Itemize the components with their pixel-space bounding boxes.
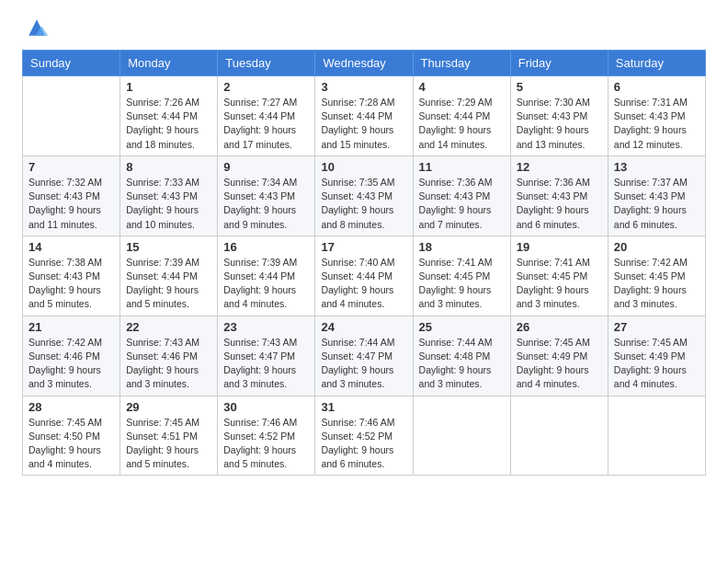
- day-number: 30: [223, 400, 309, 414]
- day-number: 26: [517, 320, 602, 334]
- calendar-cell: [510, 396, 608, 476]
- weekday-header-tuesday: Tuesday: [218, 51, 315, 76]
- day-number: 2: [223, 80, 309, 94]
- day-number: 29: [126, 400, 211, 414]
- week-row-1: 1Sunrise: 7:26 AMSunset: 4:44 PMDaylight…: [23, 76, 706, 156]
- day-number: 16: [223, 240, 309, 254]
- day-number: 21: [28, 320, 114, 334]
- day-info: Sunrise: 7:28 AMSunset: 4:44 PMDaylight:…: [321, 96, 406, 152]
- day-info: Sunrise: 7:45 AMSunset: 4:49 PMDaylight:…: [614, 336, 700, 392]
- weekday-header-friday: Friday: [510, 51, 608, 76]
- calendar-cell: 4Sunrise: 7:29 AMSunset: 4:44 PMDaylight…: [413, 76, 510, 156]
- day-info: Sunrise: 7:46 AMSunset: 4:52 PMDaylight:…: [223, 416, 309, 472]
- calendar-cell: [23, 76, 120, 156]
- calendar-cell: 31Sunrise: 7:46 AMSunset: 4:52 PMDayligh…: [315, 396, 413, 476]
- calendar-cell: [608, 396, 705, 476]
- day-info: Sunrise: 7:34 AMSunset: 4:43 PMDaylight:…: [223, 176, 309, 232]
- calendar-cell: 23Sunrise: 7:43 AMSunset: 4:47 PMDayligh…: [218, 316, 315, 396]
- day-number: 19: [517, 240, 602, 254]
- day-info: Sunrise: 7:32 AMSunset: 4:43 PMDaylight:…: [28, 176, 114, 232]
- weekday-header-sunday: Sunday: [23, 51, 120, 76]
- day-info: Sunrise: 7:37 AMSunset: 4:43 PMDaylight:…: [614, 176, 700, 232]
- day-info: Sunrise: 7:30 AMSunset: 4:43 PMDaylight:…: [517, 96, 602, 152]
- day-number: 15: [126, 240, 211, 254]
- day-number: 18: [419, 240, 505, 254]
- day-number: 23: [223, 320, 309, 334]
- day-number: 22: [126, 320, 211, 334]
- day-number: 10: [321, 160, 406, 174]
- calendar-cell: 29Sunrise: 7:45 AMSunset: 4:51 PMDayligh…: [120, 396, 218, 476]
- day-info: Sunrise: 7:36 AMSunset: 4:43 PMDaylight:…: [517, 176, 602, 232]
- day-info: Sunrise: 7:43 AMSunset: 4:47 PMDaylight:…: [223, 336, 309, 392]
- weekday-header-wednesday: Wednesday: [315, 51, 413, 76]
- calendar-cell: 5Sunrise: 7:30 AMSunset: 4:43 PMDaylight…: [510, 76, 608, 156]
- day-info: Sunrise: 7:39 AMSunset: 4:44 PMDaylight:…: [126, 256, 211, 312]
- page-header: [22, 18, 706, 40]
- calendar-cell: 1Sunrise: 7:26 AMSunset: 4:44 PMDaylight…: [120, 76, 218, 156]
- weekday-header-monday: Monday: [120, 51, 218, 76]
- calendar-cell: 11Sunrise: 7:36 AMSunset: 4:43 PMDayligh…: [413, 155, 510, 236]
- calendar-cell: 22Sunrise: 7:43 AMSunset: 4:46 PMDayligh…: [120, 316, 218, 396]
- calendar-cell: 30Sunrise: 7:46 AMSunset: 4:52 PMDayligh…: [218, 396, 315, 476]
- weekday-header-saturday: Saturday: [608, 51, 705, 76]
- calendar-cell: 10Sunrise: 7:35 AMSunset: 4:43 PMDayligh…: [315, 155, 413, 236]
- week-row-2: 7Sunrise: 7:32 AMSunset: 4:43 PMDaylight…: [23, 155, 706, 236]
- calendar-cell: 6Sunrise: 7:31 AMSunset: 4:43 PMDaylight…: [608, 76, 705, 156]
- logo: [22, 18, 50, 40]
- calendar-cell: 20Sunrise: 7:42 AMSunset: 4:45 PMDayligh…: [608, 236, 705, 316]
- day-info: Sunrise: 7:45 AMSunset: 4:50 PMDaylight:…: [28, 416, 114, 472]
- week-row-3: 14Sunrise: 7:38 AMSunset: 4:43 PMDayligh…: [23, 236, 706, 316]
- day-info: Sunrise: 7:43 AMSunset: 4:46 PMDaylight:…: [126, 336, 211, 392]
- day-number: 8: [126, 160, 211, 174]
- calendar-cell: 12Sunrise: 7:36 AMSunset: 4:43 PMDayligh…: [510, 155, 608, 236]
- weekday-header-row: SundayMondayTuesdayWednesdayThursdayFrid…: [23, 51, 706, 76]
- calendar-table: SundayMondayTuesdayWednesdayThursdayFrid…: [22, 50, 706, 476]
- day-number: 31: [321, 400, 406, 414]
- day-number: 24: [321, 320, 406, 334]
- calendar-cell: 19Sunrise: 7:41 AMSunset: 4:45 PMDayligh…: [510, 236, 608, 316]
- calendar-cell: 9Sunrise: 7:34 AMSunset: 4:43 PMDaylight…: [218, 155, 315, 236]
- calendar-cell: 15Sunrise: 7:39 AMSunset: 4:44 PMDayligh…: [120, 236, 218, 316]
- calendar-cell: 26Sunrise: 7:45 AMSunset: 4:49 PMDayligh…: [510, 316, 608, 396]
- day-number: 27: [614, 320, 700, 334]
- day-number: 17: [321, 240, 406, 254]
- calendar-cell: 25Sunrise: 7:44 AMSunset: 4:48 PMDayligh…: [413, 316, 510, 396]
- day-number: 7: [28, 160, 114, 174]
- logo-icon: [24, 15, 50, 40]
- day-number: 13: [614, 160, 700, 174]
- day-info: Sunrise: 7:29 AMSunset: 4:44 PMDaylight:…: [419, 96, 505, 152]
- day-info: Sunrise: 7:40 AMSunset: 4:44 PMDaylight:…: [321, 256, 406, 312]
- day-number: 12: [517, 160, 602, 174]
- day-number: 3: [321, 80, 406, 94]
- day-info: Sunrise: 7:33 AMSunset: 4:43 PMDaylight:…: [126, 176, 211, 232]
- calendar-cell: 14Sunrise: 7:38 AMSunset: 4:43 PMDayligh…: [23, 236, 120, 316]
- calendar-cell: 27Sunrise: 7:45 AMSunset: 4:49 PMDayligh…: [608, 316, 705, 396]
- day-info: Sunrise: 7:35 AMSunset: 4:43 PMDaylight:…: [321, 176, 406, 232]
- week-row-5: 28Sunrise: 7:45 AMSunset: 4:50 PMDayligh…: [23, 396, 706, 476]
- day-info: Sunrise: 7:41 AMSunset: 4:45 PMDaylight:…: [517, 256, 602, 312]
- day-number: 5: [517, 80, 602, 94]
- day-number: 11: [419, 160, 505, 174]
- calendar-cell: 8Sunrise: 7:33 AMSunset: 4:43 PMDaylight…: [120, 155, 218, 236]
- day-number: 14: [28, 240, 114, 254]
- calendar-cell: 13Sunrise: 7:37 AMSunset: 4:43 PMDayligh…: [608, 155, 705, 236]
- day-info: Sunrise: 7:38 AMSunset: 4:43 PMDaylight:…: [28, 256, 114, 312]
- day-info: Sunrise: 7:44 AMSunset: 4:48 PMDaylight:…: [419, 336, 505, 392]
- day-info: Sunrise: 7:46 AMSunset: 4:52 PMDaylight:…: [321, 416, 406, 472]
- day-number: 25: [419, 320, 505, 334]
- day-info: Sunrise: 7:26 AMSunset: 4:44 PMDaylight:…: [126, 96, 211, 152]
- day-number: 1: [126, 80, 211, 94]
- day-number: 20: [614, 240, 700, 254]
- calendar-cell: 24Sunrise: 7:44 AMSunset: 4:47 PMDayligh…: [315, 316, 413, 396]
- calendar-cell: 18Sunrise: 7:41 AMSunset: 4:45 PMDayligh…: [413, 236, 510, 316]
- day-info: Sunrise: 7:42 AMSunset: 4:46 PMDaylight:…: [28, 336, 114, 392]
- week-row-4: 21Sunrise: 7:42 AMSunset: 4:46 PMDayligh…: [23, 316, 706, 396]
- day-info: Sunrise: 7:41 AMSunset: 4:45 PMDaylight:…: [419, 256, 505, 312]
- calendar-cell: 21Sunrise: 7:42 AMSunset: 4:46 PMDayligh…: [23, 316, 120, 396]
- calendar-cell: 3Sunrise: 7:28 AMSunset: 4:44 PMDaylight…: [315, 76, 413, 156]
- calendar-cell: [413, 396, 510, 476]
- day-info: Sunrise: 7:36 AMSunset: 4:43 PMDaylight:…: [419, 176, 505, 232]
- day-info: Sunrise: 7:44 AMSunset: 4:47 PMDaylight:…: [321, 336, 406, 392]
- day-info: Sunrise: 7:42 AMSunset: 4:45 PMDaylight:…: [614, 256, 700, 312]
- day-number: 9: [223, 160, 309, 174]
